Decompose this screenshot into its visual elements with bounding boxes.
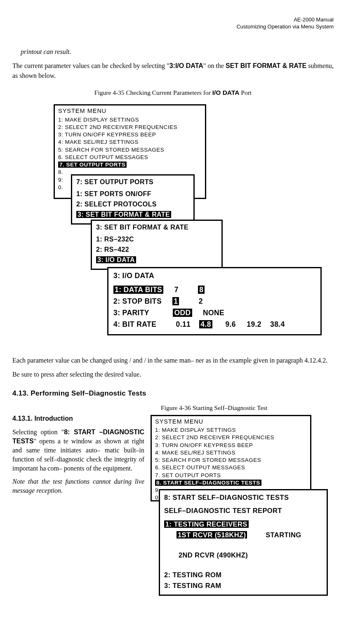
continuation-text: printout can result.	[21, 47, 334, 57]
set-output-ports-box: 7: SET OUTPUT PORTS 1: SET PORTS ON/OFF …	[71, 174, 195, 224]
system-menu-2-title: SYSTEM MENU	[152, 416, 310, 426]
header-line2: Customizing Operation via Menu System	[236, 23, 334, 30]
iodata-row-parity[interactable]: 3: PARITY ODD NONE	[113, 307, 315, 318]
selfdiag-row-1: 1: TESTING RECEIVERS	[164, 519, 322, 529]
page-header: AE-2000 Manual Customizing Operation via…	[12, 16, 334, 30]
bitformat-item-1[interactable]: 1: RS–232C	[96, 234, 217, 245]
iodata-row-databits[interactable]: 1: DATA BITS 7 8	[113, 284, 315, 295]
system-menu-2-box: SYSTEM MENU 1: MAKE DISPLAY SETTINGS 2: …	[151, 415, 311, 501]
io-data-box: 3: I/O DATA 1: DATA BITS 7 8 2: STOP BIT…	[107, 267, 322, 335]
menu-item-6[interactable]: 6. SELECT OUTPUT MESSAGES	[58, 154, 202, 161]
iodata-title: 3: I/O DATA	[113, 270, 315, 281]
menu-item-3[interactable]: 3: TURN ON/OFF KEYPRESS BEEP	[58, 131, 202, 138]
selfdiag-row-3: 2: TESTING ROM	[164, 569, 322, 580]
submenu-item-2[interactable]: 2: SELECT PROTOCOLS	[76, 199, 189, 210]
menu2-item-7[interactable]: 7. SET OUTPUT PORTS	[155, 472, 307, 479]
menu2-item-4[interactable]: 4: MAKE SEL/REJ SETTINGS	[155, 449, 307, 457]
menu2-item-6[interactable]: 6. SELECT OUTPUT MESSAGES	[155, 464, 307, 471]
figure-36: SYSTEM MENU 1: MAKE DISPLAY SETTINGS 2: …	[151, 415, 334, 588]
menu2-item-5[interactable]: 5: SEARCH FOR STORED MESSAGES	[155, 457, 307, 464]
menu2-item-8[interactable]: 8. START SELF–DIAGNOSTIC TESTS	[155, 479, 307, 487]
bitformat-item-2[interactable]: 2: RS–422	[96, 245, 217, 255]
figure-35: SYSTEM MENU 1: MAKE DISPLAY SETTINGS 2: …	[45, 104, 334, 347]
paragraph-1: The current parameter values can be chec…	[12, 61, 334, 81]
self-diag-box: 8: START SELF–DIAGNOSTIC TESTS SELF–DIAG…	[159, 489, 328, 596]
menu-item-2[interactable]: 2: SELECT 2ND RECEIVER FREQUENCIES	[58, 124, 202, 131]
system-menu-title: SYSTEM MENU	[55, 105, 205, 115]
section-4-13: 4.13. Performing Self–Diagnostic Tests	[12, 389, 334, 398]
menu2-item-1[interactable]: 1: MAKE DISPLAY SETTINGS	[155, 426, 307, 434]
selfdiag-row-4: 3: TESTING RAM	[164, 580, 322, 591]
bit-format-items: 3: SET BIT FORMAT & RATE 1: RS–232C 2: R…	[92, 221, 221, 268]
self-diag-items: 8: START SELF–DIAGNOSTIC TESTS SELF–DIAG…	[160, 490, 327, 595]
iodata-row-stopbits[interactable]: 2: STOP BITS 1 2	[113, 295, 315, 307]
menu-item-7[interactable]: 7. SET OUTPUT PORTS	[58, 161, 202, 169]
menu-item-5[interactable]: 5: SEARCH FOR STORED MESSAGES	[58, 146, 202, 154]
bit-format-box: 3: SET BIT FORMAT & RATE 1: RS–232C 2: R…	[91, 220, 223, 269]
selfdiag-title: 8: START SELF–DIAGNOSTIC TESTS	[164, 492, 322, 503]
menu2-item-3[interactable]: 3: TURN ON/OFF KEYPRESS BEEP	[155, 442, 307, 449]
paragraph-3: Be sure to press after selecting the des…	[12, 370, 334, 379]
bitformat-title: 3: SET BIT FORMAT & RATE	[96, 222, 217, 233]
bitformat-item-3[interactable]: 3: I/O DATA	[96, 255, 217, 265]
menu2-item-2[interactable]: 2: SELECT 2ND RECEIVER FREQUENCIES	[155, 434, 307, 441]
paragraph-2: Each parameter value can be changed usin…	[12, 356, 334, 365]
menu-item-1[interactable]: 1: MAKE DISPLAY SETTINGS	[58, 116, 202, 124]
section-4-13-1: 4.13.1. Introduction	[12, 414, 144, 423]
io-data-items: 3: I/O DATA 1: DATA BITS 7 8 2: STOP BIT…	[108, 268, 320, 334]
iodata-row-bitrate[interactable]: 4: BIT RATE 0.11 4.8 9.6 19.2 38.4	[113, 318, 315, 330]
selfdiag-row-2: 2ND RCVR (490KHZ)	[164, 550, 322, 560]
figure-36-caption: Figure 4-36 Starting Self–Diagnostic Tes…	[161, 403, 334, 412]
selfdiag-row-1a: 1ST RCVR (518KHZ) STARTING	[164, 529, 322, 540]
paragraph-4: Selecting option "8: START –DIAGNOSTIC T…	[12, 428, 144, 473]
menu-item-4[interactable]: 4: MAKE SEL/REJ SETTINGS	[58, 138, 202, 146]
selfdiag-subtitle: SELF–DIAGNOSTIC TEST REPORT	[164, 505, 322, 516]
submenu-item-3[interactable]: 3: SET BIT FORMAT & RATE	[76, 210, 189, 220]
figure-35-caption: Figure 4-35 Checking Current Parameters …	[12, 88, 334, 97]
set-output-ports-items: 7: SET OUTPUT PORTS 1: SET PORTS ON/OFF …	[72, 176, 193, 223]
submenu-item-1[interactable]: 1: SET PORTS ON/OFF	[76, 189, 189, 199]
submenu-title: 7: SET OUTPUT PORTS	[76, 177, 189, 187]
header-line1: AE-2000 Manual	[294, 16, 334, 23]
paragraph-5: Note that the test functions cannot duri…	[12, 477, 144, 495]
